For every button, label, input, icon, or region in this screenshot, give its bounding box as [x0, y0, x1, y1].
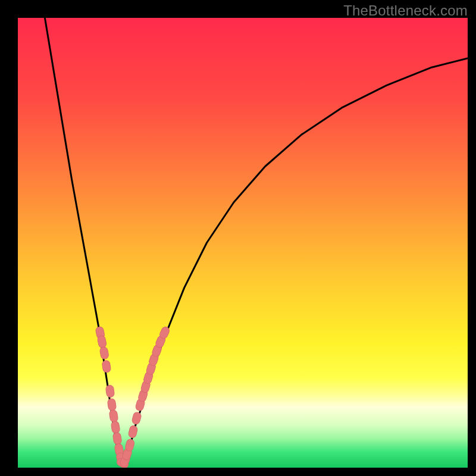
curve-marker: [111, 421, 120, 434]
svg-rect-15: [128, 425, 138, 439]
svg-rect-7: [111, 421, 120, 434]
svg-rect-16: [131, 411, 142, 425]
svg-rect-14: [124, 439, 135, 452]
svg-rect-8: [112, 432, 122, 445]
watermark-text: TheBottleneck.com: [343, 2, 468, 19]
plot-area: [18, 18, 468, 468]
curve-marker: [97, 335, 107, 348]
curve-marker: [131, 411, 142, 425]
curve-layer: [18, 18, 468, 468]
curve-marker: [128, 425, 138, 439]
svg-rect-2: [99, 346, 109, 359]
svg-rect-4: [105, 385, 115, 398]
curve-marker: [105, 385, 115, 398]
svg-rect-3: [102, 360, 111, 373]
curve-marker: [102, 360, 111, 373]
svg-rect-6: [109, 409, 118, 422]
curve-marker: [107, 398, 117, 411]
svg-rect-5: [107, 398, 117, 411]
curve-marker: [124, 439, 135, 452]
svg-rect-1: [97, 335, 107, 348]
curve-marker: [112, 432, 122, 445]
curve-marker: [99, 346, 109, 359]
chart-stage: TheBottleneck.com: [0, 0, 476, 476]
curve-marker: [109, 409, 118, 422]
